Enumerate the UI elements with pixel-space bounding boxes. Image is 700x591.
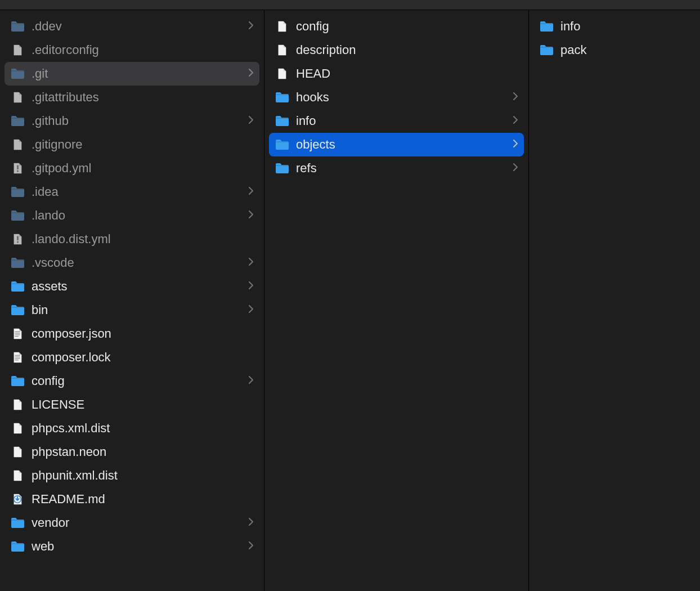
file-name-label: .gitpod.yml	[32, 161, 254, 176]
column-browser: .ddev .editorconfig .git .gitattributes …	[0, 10, 700, 591]
file-name-label: vendor	[32, 516, 241, 530]
file-name-label: .gitignore	[32, 137, 254, 152]
file-exclaim-icon	[10, 161, 25, 176]
folder-icon	[10, 279, 25, 294]
file-icon	[275, 19, 289, 34]
folder-icon	[10, 539, 25, 554]
file-row[interactable]: pack	[533, 38, 695, 62]
file-row[interactable]: objects	[269, 133, 524, 156]
file-row[interactable]: hooks	[269, 86, 524, 109]
file-row[interactable]: .editorconfig	[5, 38, 259, 62]
chevron-right-icon	[248, 257, 254, 268]
chevron-right-icon	[248, 541, 254, 552]
file-name-label: .ddev	[32, 19, 241, 34]
folder-icon	[10, 185, 25, 199]
chevron-right-icon	[248, 115, 254, 127]
file-name-label: info	[296, 114, 506, 128]
file-row[interactable]: info	[533, 15, 695, 38]
file-icon	[275, 43, 289, 57]
file-icon	[10, 137, 25, 152]
file-row[interactable]: .git	[5, 62, 259, 86]
file-row[interactable]: phpunit.xml.dist	[5, 464, 259, 487]
file-icon	[10, 397, 25, 412]
file-name-label: phpunit.xml.dist	[32, 468, 254, 483]
file-row[interactable]: README.md	[5, 487, 259, 511]
file-name-label: HEAD	[296, 66, 518, 81]
file-name-label: composer.json	[32, 326, 254, 341]
file-row[interactable]: .lando	[5, 204, 259, 227]
file-name-label: bin	[32, 303, 241, 317]
file-row[interactable]: web	[5, 535, 259, 558]
file-row[interactable]: LICENSE	[5, 393, 259, 417]
file-name-label: .lando.dist.yml	[32, 232, 254, 247]
chevron-right-icon	[248, 281, 254, 292]
file-name-label: assets	[32, 279, 241, 294]
file-row[interactable]: .vscode	[5, 251, 259, 275]
folder-icon	[539, 19, 554, 34]
svg-rect-0	[17, 165, 19, 169]
file-name-label: pack	[560, 43, 690, 57]
folder-icon	[10, 208, 25, 223]
file-icon	[10, 468, 25, 483]
folder-icon	[10, 66, 25, 81]
chevron-right-icon	[248, 305, 254, 316]
chevron-right-icon	[513, 115, 518, 127]
file-name-label: info	[560, 19, 690, 34]
file-row[interactable]: .idea	[5, 180, 259, 204]
file-name-label: README.md	[32, 492, 254, 507]
file-name-label: description	[296, 43, 518, 57]
file-row[interactable]: refs	[269, 156, 524, 180]
chevron-right-icon	[248, 210, 254, 221]
file-icon	[10, 421, 25, 436]
file-row[interactable]: vendor	[5, 511, 259, 535]
file-name-label: composer.lock	[32, 350, 254, 365]
file-row[interactable]: composer.json	[5, 322, 259, 346]
file-row[interactable]: HEAD	[269, 62, 524, 86]
chevron-right-icon	[513, 139, 518, 150]
folder-icon	[10, 114, 25, 128]
folder-icon	[539, 43, 554, 57]
file-row[interactable]: phpcs.xml.dist	[5, 417, 259, 440]
svg-rect-3	[17, 241, 19, 243]
file-row[interactable]: .github	[5, 109, 259, 133]
column-3: info pack	[529, 10, 700, 591]
file-row[interactable]: phpstan.neon	[5, 440, 259, 464]
file-name-label: objects	[296, 137, 506, 152]
file-row[interactable]: .lando.dist.yml	[5, 227, 259, 251]
file-name-label: LICENSE	[32, 397, 254, 412]
file-row[interactable]: .gitignore	[5, 133, 259, 156]
folder-icon	[275, 137, 289, 152]
file-exclaim-icon	[10, 232, 25, 247]
file-icon	[10, 43, 25, 57]
file-row[interactable]: .ddev	[5, 15, 259, 38]
folder-icon	[10, 303, 25, 317]
file-row[interactable]: config	[5, 369, 259, 393]
svg-rect-1	[17, 171, 19, 172]
file-row[interactable]: description	[269, 38, 524, 62]
file-icon	[10, 90, 25, 105]
column-1: .ddev .editorconfig .git .gitattributes …	[0, 10, 264, 591]
file-name-label: .lando	[32, 208, 241, 223]
file-name-label: phpcs.xml.dist	[32, 421, 254, 436]
chevron-right-icon	[248, 68, 254, 79]
file-markdown-icon	[10, 492, 25, 507]
file-name-label: config	[296, 19, 518, 34]
file-row[interactable]: composer.lock	[5, 346, 259, 369]
file-name-label: hooks	[296, 90, 506, 105]
file-text-icon	[10, 326, 25, 341]
chevron-right-icon	[513, 92, 518, 103]
svg-rect-2	[17, 236, 19, 240]
file-row[interactable]: .gitpod.yml	[5, 156, 259, 180]
chevron-right-icon	[248, 186, 254, 198]
file-name-label: .gitattributes	[32, 90, 254, 105]
file-name-label: web	[32, 539, 241, 554]
file-name-label: refs	[296, 161, 506, 176]
file-name-label: .github	[32, 114, 241, 128]
file-row[interactable]: assets	[5, 275, 259, 298]
file-row[interactable]: info	[269, 109, 524, 133]
file-row[interactable]: .gitattributes	[5, 86, 259, 109]
file-row[interactable]: bin	[5, 298, 259, 322]
file-name-label: config	[32, 374, 241, 388]
file-name-label: .git	[32, 66, 241, 81]
file-row[interactable]: config	[269, 15, 524, 38]
